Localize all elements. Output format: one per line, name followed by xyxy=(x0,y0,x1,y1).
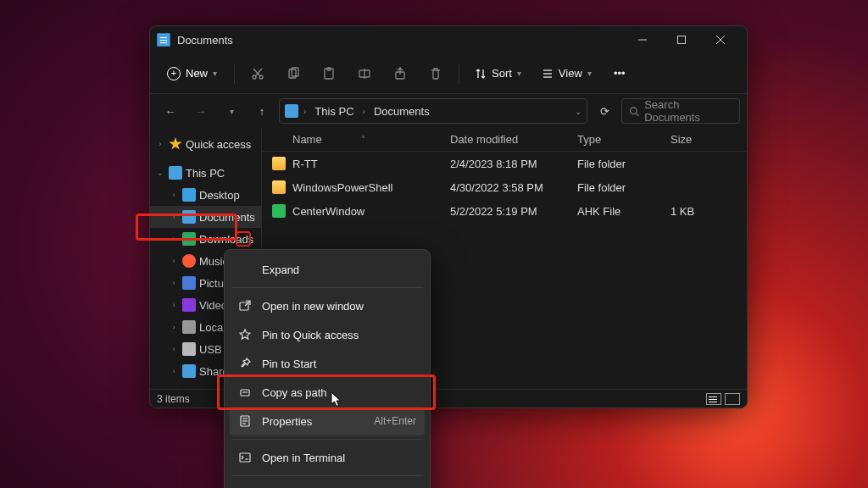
svg-rect-25 xyxy=(240,453,250,462)
window-title: Documents xyxy=(177,34,233,47)
downloads-icon xyxy=(182,232,196,246)
maximize-button[interactable] xyxy=(662,26,701,53)
context-menu: Expand Open in new window Pin to Quick a… xyxy=(224,249,431,488)
column-headers[interactable]: Name˄ Date modified Type Size xyxy=(262,128,747,152)
back-button[interactable]: ← xyxy=(157,97,184,125)
search-input[interactable]: Search Documents xyxy=(621,98,740,124)
new-button[interactable]: + New ▾ xyxy=(157,62,227,86)
svg-point-4 xyxy=(253,75,256,79)
sort-button[interactable]: Sort ▾ xyxy=(466,62,530,85)
chevron-down-icon: ▾ xyxy=(587,69,592,78)
tree-desktop[interactable]: ›Desktop xyxy=(150,184,261,206)
recent-button[interactable]: ▾ xyxy=(218,97,245,125)
up-button[interactable]: ↑ xyxy=(248,97,275,125)
thumbnails-view-button[interactable] xyxy=(725,393,740,405)
videos-icon xyxy=(182,298,196,312)
chevron-down-icon: ▾ xyxy=(517,69,521,78)
search-placeholder: Search Documents xyxy=(644,98,732,124)
chevron-down-icon: ▾ xyxy=(213,69,217,78)
usb-icon xyxy=(182,342,196,356)
new-label: New xyxy=(186,67,208,80)
tree-quick-access[interactable]: ›Quick access xyxy=(150,133,261,155)
open-window-icon xyxy=(238,299,252,313)
breadcrumb-this-pc[interactable]: This PC xyxy=(311,103,357,119)
delete-button[interactable] xyxy=(420,59,452,88)
tree-this-pc[interactable]: ⌄This PC xyxy=(150,162,261,184)
item-count: 3 items xyxy=(157,393,190,405)
col-type[interactable]: Type xyxy=(569,133,662,146)
music-icon xyxy=(182,254,196,268)
disk-icon xyxy=(182,320,196,334)
file-row[interactable]: R-TT2/4/2023 8:18 PMFile folder xyxy=(262,152,747,175)
folder-icon xyxy=(272,157,286,170)
svg-line-17 xyxy=(636,113,638,115)
menu-pin-quick-access[interactable]: Pin to Quick access xyxy=(230,320,425,349)
pictures-icon xyxy=(182,276,196,290)
svg-point-5 xyxy=(259,75,263,79)
file-row[interactable]: CenterWindow5/2/2022 5:19 PMAHK File1 KB xyxy=(262,199,747,223)
file-row[interactable]: WindowsPowerShell4/30/2022 3:58 PMFile f… xyxy=(262,175,747,199)
title-bar[interactable]: Documents xyxy=(150,26,747,53)
chevron-right-icon: › xyxy=(363,107,365,116)
folder-icon xyxy=(272,180,286,194)
col-date[interactable]: Date modified xyxy=(442,133,569,146)
cut-button[interactable] xyxy=(242,59,274,88)
shortcut-label: Alt+Enter xyxy=(374,415,416,427)
tree-downloads[interactable]: ›Downloads xyxy=(150,228,261,250)
view-button[interactable]: View ▾ xyxy=(533,62,600,85)
col-name[interactable]: Name˄ xyxy=(262,133,442,146)
documents-icon xyxy=(182,210,196,224)
minimize-button[interactable] xyxy=(623,26,662,53)
chevron-right-icon: › xyxy=(303,107,306,116)
command-bar: + New ▾ Sort ▾ View ▾ ••• xyxy=(150,53,747,94)
network-icon xyxy=(182,364,196,378)
share-button[interactable] xyxy=(384,59,416,88)
svg-rect-1 xyxy=(678,36,686,44)
details-view-button[interactable] xyxy=(706,393,721,405)
menu-open-new-window[interactable]: Open in new window xyxy=(230,291,425,320)
documents-icon xyxy=(157,33,170,47)
pin-icon xyxy=(238,357,252,370)
forward-button[interactable]: → xyxy=(187,97,214,125)
address-bar[interactable]: › This PC › Documents ⌄ xyxy=(279,98,587,124)
star-icon xyxy=(169,137,182,151)
properties-icon xyxy=(238,414,252,428)
chevron-down-icon[interactable]: ⌄ xyxy=(575,107,581,116)
menu-show-more[interactable]: Show more options Shift+F10 xyxy=(230,480,425,488)
svg-point-16 xyxy=(631,107,637,114)
breadcrumb-documents[interactable]: Documents xyxy=(370,103,433,119)
menu-properties[interactable]: Properties Alt+Enter xyxy=(230,407,425,435)
nav-row: ← → ▾ ↑ › This PC › Documents ⌄ ⟳ Search… xyxy=(150,94,747,128)
star-icon xyxy=(238,328,252,341)
refresh-button[interactable]: ⟳ xyxy=(591,97,618,125)
view-icon xyxy=(542,68,554,80)
copy-path-icon xyxy=(238,385,252,399)
terminal-icon xyxy=(238,451,252,464)
tree-documents[interactable]: ›Documents xyxy=(150,206,261,228)
sort-icon xyxy=(475,68,487,80)
menu-pin-start[interactable]: Pin to Start xyxy=(230,349,425,378)
search-icon xyxy=(629,106,639,117)
desktop-icon xyxy=(182,188,196,202)
copy-button[interactable] xyxy=(277,59,309,88)
close-button[interactable] xyxy=(701,26,740,53)
plus-icon: + xyxy=(167,67,181,80)
pc-icon xyxy=(169,166,182,180)
menu-expand[interactable]: Expand xyxy=(230,255,425,284)
more-button[interactable]: ••• xyxy=(604,59,636,88)
col-size[interactable]: Size xyxy=(662,133,721,146)
rename-button[interactable] xyxy=(348,59,381,88)
documents-icon xyxy=(285,104,298,118)
menu-open-terminal[interactable]: Open in Terminal xyxy=(230,443,425,472)
menu-copy-as-path[interactable]: Copy as path xyxy=(230,378,425,407)
paste-button[interactable] xyxy=(313,59,345,88)
ahk-icon xyxy=(272,204,286,218)
